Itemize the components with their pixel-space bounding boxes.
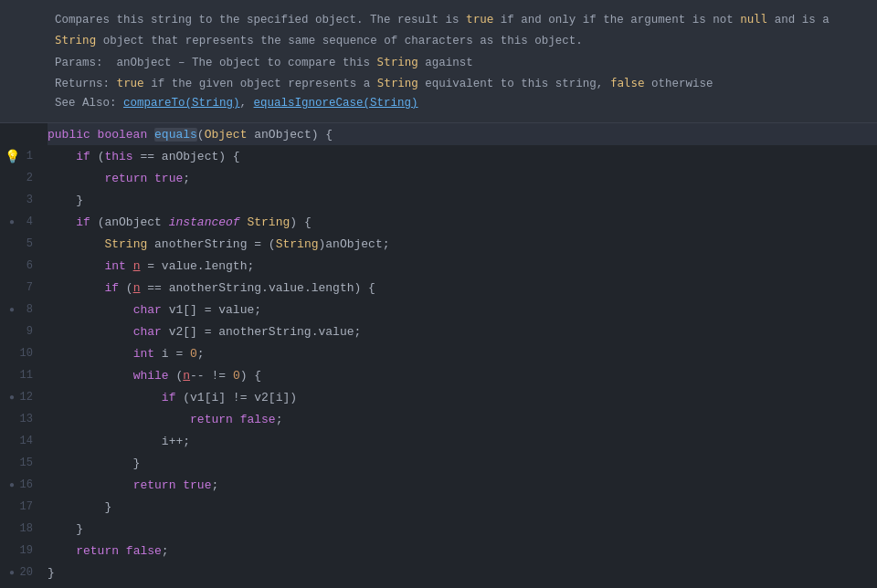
marker-icon-5: ● <box>9 217 15 227</box>
marker-icon-21: ● <box>9 568 15 578</box>
code-line-20: return false; <box>48 540 877 562</box>
doc-description: Compares this string to the specified ob… <box>55 9 862 52</box>
editor-container: Compares this string to the specified ob… <box>0 0 877 588</box>
op-eq-2: == anObject) { <box>133 150 240 163</box>
gutter-icon-slot-12 <box>4 364 20 386</box>
doc-returns: Returns: true if the given object repres… <box>55 73 862 94</box>
var-v1: v1[] = value; <box>162 303 261 317</box>
doc-see-also: See Also: compareTo(String), equalsIgnor… <box>55 94 862 113</box>
see-also-compare-link[interactable]: compareTo(String) <box>123 97 240 110</box>
var-v2: v2[] = anotherString.value; <box>162 325 361 339</box>
indent-11 <box>48 347 133 361</box>
brace-close: } <box>48 566 55 580</box>
type-string-cast: String <box>276 237 319 251</box>
indent-18: } <box>48 500 111 514</box>
num-0-12: 0 <box>233 369 240 383</box>
gutter-icon-slot-8 <box>4 277 20 299</box>
gutter-icon-slot-2: 💡 <box>4 145 20 167</box>
kw-if-5: if <box>76 215 97 229</box>
type-object: Object <box>205 128 248 142</box>
see-also-label: See Also: <box>55 97 123 110</box>
indent-7 <box>48 259 104 273</box>
indent-17 <box>48 478 133 492</box>
cond-8: == anotherString.value.length) { <box>140 281 375 295</box>
code-content[interactable]: public boolean equals(Object anObject) {… <box>44 123 877 588</box>
code-line-9: char v1[] = value; <box>48 299 877 320</box>
paren-5b: ) { <box>290 215 311 229</box>
indent-3 <box>48 172 104 185</box>
code-line-18: } <box>48 496 877 518</box>
bulb-icon[interactable]: 💡 <box>5 149 20 164</box>
decr-12: -- != <box>190 369 233 383</box>
indent-15 <box>48 435 162 448</box>
kw-char-9: char <box>133 303 162 317</box>
gutter-icon-slot-11 <box>4 342 20 364</box>
paren-open-1: ( <box>197 128 205 142</box>
doc-true-inline: true <box>466 12 493 26</box>
code-line-6: String anotherString = (String)anObject; <box>48 233 877 255</box>
line-num-21: 21 <box>9 583 37 588</box>
gutter-icon-slot-16 <box>4 452 20 474</box>
code-line-2: if (this == anObject) { <box>48 145 877 167</box>
see-also-equals-link[interactable]: equalsIgnoreCase(String) <box>254 97 418 110</box>
doc-true-ret: true <box>117 76 144 89</box>
var-n-8: n <box>133 281 141 295</box>
kw-return-14: return <box>190 413 240 426</box>
var-n-12: n <box>183 369 190 383</box>
type-string-6: String <box>104 237 147 251</box>
indent-19: } <box>48 522 83 536</box>
gutter-icon-slot-13: ● <box>4 386 20 408</box>
cast-close: )anObject; <box>318 237 389 251</box>
code-line-13: if (v1[i] != v2[i]) <box>48 386 877 408</box>
doc-tooltip: Compares this string to the specified ob… <box>0 0 877 123</box>
gutter-icon-slot-1 <box>4 123 20 145</box>
space-5 <box>240 215 248 229</box>
paren-8a: ( <box>126 281 133 295</box>
indent-20 <box>48 544 76 558</box>
kw-while: while <box>133 369 176 383</box>
code-line-19: } <box>48 518 877 540</box>
indent-12 <box>48 369 133 383</box>
kw-true-3: true <box>154 172 183 185</box>
gutter-icon-slot-15 <box>4 430 20 452</box>
kw-false-20: false <box>126 544 162 558</box>
code-line-1: public boolean equals(Object anObject) { <box>48 123 877 145</box>
kw-char-10: char <box>133 325 162 339</box>
gutter-icon-slot-10 <box>4 320 20 342</box>
code-line-14: return false; <box>48 408 877 430</box>
kw-return-3: return <box>104 172 154 185</box>
gutter-icon-slot-17: ● <box>4 474 20 496</box>
paren-5a: (anObject <box>98 215 169 229</box>
kw-return-20: return <box>76 544 126 558</box>
line-icons: 💡 ● ● ● ● ● <box>4 123 20 583</box>
var-n-7: n <box>133 259 141 273</box>
gutter-icon-slot-5: ● <box>4 211 20 233</box>
indent-6 <box>48 237 104 251</box>
code-line-3: return true; <box>48 167 877 189</box>
space-7 <box>126 259 133 273</box>
type-string-5: String <box>247 215 290 229</box>
paren-2: ( <box>98 150 105 163</box>
kw-if-2: if <box>76 150 97 163</box>
indent-8 <box>48 281 104 295</box>
indent-13 <box>48 391 162 404</box>
gutter-icon-slot-3 <box>4 167 20 189</box>
doc-null-inline: null <box>740 12 767 26</box>
incr-i: i++; <box>162 435 190 448</box>
space-11: i = <box>154 347 190 361</box>
indent-9 <box>48 303 133 317</box>
code-line-15: i++; <box>48 430 877 452</box>
num-0-11: 0 <box>190 347 197 361</box>
kw-return-17: return <box>133 478 184 492</box>
indent-4: } <box>48 194 83 207</box>
kw-boolean: boolean <box>98 128 154 142</box>
method-equals: equals <box>154 128 197 142</box>
doc-string-inline: String <box>55 33 96 47</box>
code-line-5: if (anObject instanceof String) { <box>48 211 877 233</box>
kw-public: public <box>48 128 98 142</box>
doc-false-ret: false <box>610 76 645 89</box>
param-anobject: anObject) { <box>247 128 333 142</box>
gutter-icon-slot-19 <box>4 518 20 540</box>
semi-3: ; <box>183 172 190 185</box>
kw-true-17: true <box>183 478 211 492</box>
